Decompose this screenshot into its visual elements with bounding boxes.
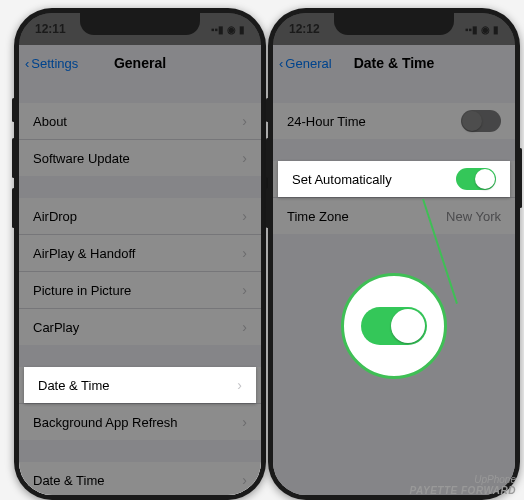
battery-icon: ▮ — [493, 24, 499, 35]
battery-icon: ▮ — [239, 24, 245, 35]
dim-overlay — [273, 13, 515, 495]
phone-right: 12:12 ▪▪▮ ◉ ▮ ‹ General Date & Time 24-H… — [268, 8, 520, 500]
mute-switch — [266, 98, 269, 122]
watermark: UpPhone PAYETTE FORWARD — [410, 474, 516, 496]
volume-down — [266, 188, 269, 228]
highlight-set-auto[interactable]: Set Automatically — [278, 161, 510, 197]
highlight-date-time[interactable]: Date & Time › — [24, 367, 256, 403]
status-icons: ▪▪▮ ◉ ▮ — [211, 24, 245, 35]
wifi-icon: ◉ — [227, 24, 236, 35]
phone-left: 12:11 ▪▪▮ ◉ ▮ ‹ Settings General About› … — [14, 8, 266, 500]
chevron-right-icon: › — [237, 377, 242, 393]
clock: 12:12 — [289, 22, 320, 36]
dim-overlay — [19, 13, 261, 495]
watermark-line1: UpPhone — [410, 474, 516, 485]
mute-switch — [12, 98, 15, 122]
callout-circle — [341, 273, 447, 379]
highlight-label: Date & Time — [38, 378, 110, 393]
volume-up — [12, 138, 15, 178]
callout-toggle-icon — [361, 307, 427, 345]
signal-icon: ▪▪▮ — [465, 24, 478, 35]
watermark-line2: PAYETTE FORWARD — [410, 485, 516, 496]
highlight-label: Set Automatically — [292, 172, 392, 187]
toggle-set-auto-highlight[interactable] — [456, 168, 496, 190]
volume-down — [12, 188, 15, 228]
clock: 12:11 — [35, 22, 66, 36]
notch — [80, 13, 200, 35]
notch — [334, 13, 454, 35]
wifi-icon: ◉ — [481, 24, 490, 35]
signal-icon: ▪▪▮ — [211, 24, 224, 35]
volume-up — [266, 138, 269, 178]
power-button — [519, 148, 522, 208]
status-icons: ▪▪▮ ◉ ▮ — [465, 24, 499, 35]
